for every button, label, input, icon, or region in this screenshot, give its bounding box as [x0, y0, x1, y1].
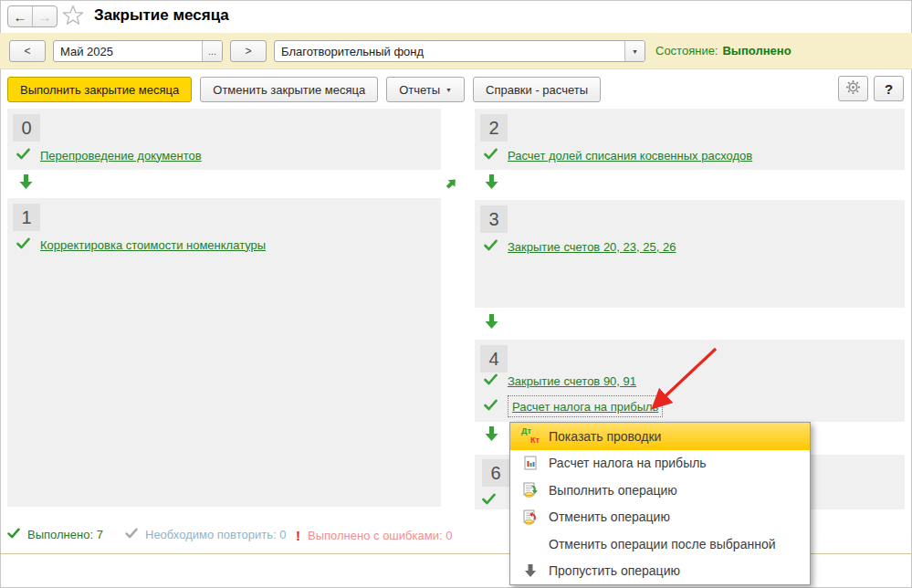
operation-link-income-tax[interactable]: Расчет налога на прибыль — [512, 400, 658, 414]
stage-block-0: 0 Перепроведение документов — [7, 109, 441, 170]
check-icon — [484, 373, 498, 389]
check-icon — [482, 492, 496, 509]
chevron-down-icon: ▼ — [446, 87, 452, 93]
run-closing-button[interactable]: Выполнить закрытие месяца — [7, 77, 192, 102]
back-button[interactable]: ← — [8, 6, 33, 26]
toolbar: Выполнить закрытие месяца Отменить закры… — [7, 77, 601, 102]
prev-period-button[interactable]: < — [9, 40, 46, 62]
flow-down-arrow-icon — [485, 174, 498, 189]
reports-menu-button[interactable]: Отчеты▼ — [386, 77, 465, 102]
operation-link-close-90-91[interactable]: Закрытие счетов 90, 91 — [508, 374, 636, 388]
operation-link-close-20-23-25-26[interactable]: Закрытие счетов 20, 23, 25, 26 — [508, 240, 676, 254]
stage-number: 4 — [480, 345, 508, 373]
dt-kt-icon: ДтКт — [519, 427, 541, 445]
stage-block-1: 1 Корректировка стоимости номенклатуры — [7, 198, 441, 507]
menu-item-cancel-operations-after[interactable]: Отменить операции после выбранной — [510, 530, 810, 558]
check-icon — [7, 528, 20, 541]
next-period-button[interactable]: > — [230, 40, 267, 62]
menu-item-income-tax-report[interactable]: Расчет налога на прибыль — [510, 450, 810, 478]
stage-number: 1 — [13, 204, 40, 231]
execute-operation-icon — [519, 482, 541, 498]
focused-operation: Расчет налога на прибыль — [508, 395, 663, 417]
month-closing-window: ← → Закрытие месяца < Май 2025 ... > Бла… — [0, 0, 912, 588]
period-more-button[interactable]: ... — [202, 41, 222, 61]
report-icon — [519, 456, 541, 470]
period-value: Май 2025 — [54, 41, 202, 61]
status-repeat: Необходимо повторить: 0 — [125, 528, 286, 541]
help-button[interactable]: ? — [874, 76, 904, 101]
done-count: 7 — [97, 528, 103, 541]
state-value: Выполнено — [722, 44, 791, 58]
closing-state: Состояние:Выполнено — [655, 44, 791, 58]
check-icon — [484, 238, 498, 255]
page-title: Закрытие месяца — [94, 6, 229, 25]
repeat-count: 0 — [279, 528, 286, 541]
menu-item-execute-operation[interactable]: Выполнить операцию — [510, 477, 810, 504]
history-nav: ← → — [7, 5, 58, 27]
errors-count: 0 — [446, 529, 452, 542]
stage-block-2: 2 Расчет долей списания косвенных расход… — [475, 109, 905, 170]
exclamation-icon: ! — [296, 528, 300, 543]
period-field[interactable]: Май 2025 ... — [53, 40, 223, 62]
check-icon — [16, 147, 30, 163]
operation-link-reposting[interactable]: Перепроведение документов — [40, 149, 202, 163]
operation-link-cost-adjustment[interactable]: Корректировка стоимости номенклатуры — [40, 238, 266, 252]
check-icon — [484, 147, 498, 163]
stage-number: 3 — [480, 205, 508, 233]
stage-number: 6 — [482, 459, 509, 487]
flow-diagonal-arrow-icon — [444, 175, 459, 191]
stage-block-4: 4 Закрытие счетов 90, 91 Расчет налога н… — [475, 340, 905, 422]
flow-down-arrow-icon — [485, 426, 498, 441]
state-label: Состояние: — [655, 44, 718, 58]
check-icon — [484, 398, 498, 415]
settings-gear-button[interactable] — [838, 76, 868, 101]
filter-bar: < Май 2025 ... > Благотворительный фонд … — [0, 33, 912, 69]
operation-link-indirect-costs[interactable]: Расчет долей списания косвенных расходов — [508, 149, 752, 163]
menu-item-skip-operation[interactable]: Пропустить операцию — [510, 558, 810, 585]
check-gray-icon — [125, 528, 138, 541]
skip-operation-icon — [519, 564, 541, 577]
check-icon — [16, 236, 30, 253]
chevron-down-icon: ▼ — [632, 48, 638, 55]
stage-number: 0 — [13, 114, 40, 142]
stage-block-3: 3 Закрытие счетов 20, 23, 25, 26 — [475, 200, 905, 308]
references-calculations-button[interactable]: Справки - расчеты — [473, 77, 601, 102]
context-menu: ДтКт Показать проводки Расчет налога на … — [509, 422, 811, 585]
cancel-operation-icon — [519, 509, 541, 525]
organization-value: Благотворительный фонд — [275, 41, 624, 61]
gear-icon — [845, 79, 861, 98]
organization-field[interactable]: Благотворительный фонд ▼ — [274, 40, 645, 62]
status-done: Выполнено: 7 — [7, 528, 103, 541]
stage-number: 2 — [480, 114, 508, 142]
organization-dropdown-button[interactable]: ▼ — [624, 41, 645, 61]
menu-item-show-postings[interactable]: ДтКт Показать проводки — [510, 423, 810, 450]
favorite-star-icon[interactable] — [62, 5, 84, 29]
forward-button[interactable]: → — [33, 6, 57, 26]
cancel-closing-button[interactable]: Отменить закрытие месяца — [200, 77, 378, 102]
menu-item-cancel-operation[interactable]: Отменить операцию — [510, 504, 810, 531]
status-errors: ! Выполнено с ошибками: 0 — [296, 528, 452, 543]
flow-down-arrow-icon — [19, 174, 33, 189]
flow-down-arrow-icon — [485, 314, 498, 329]
